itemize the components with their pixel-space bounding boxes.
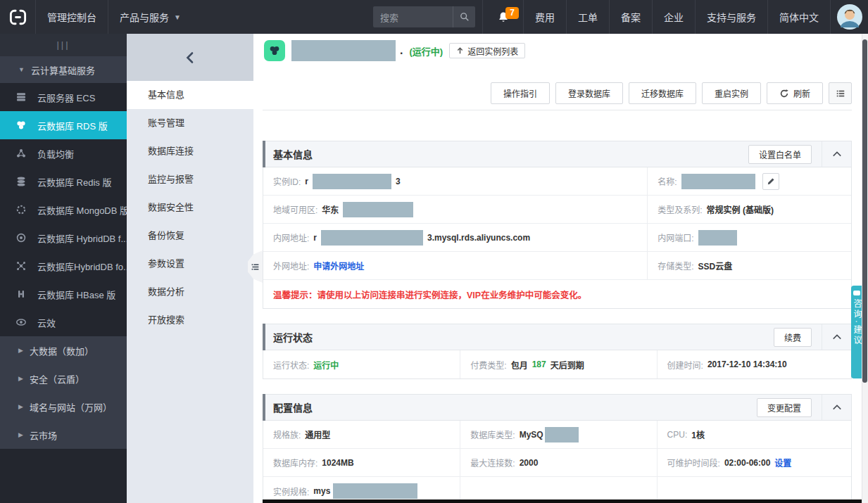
submenu-item-data-security[interactable]: 数据安全性 <box>127 193 253 222</box>
sidebar-item-rds[interactable]: 云数据库 RDS 版 <box>0 111 127 139</box>
sidebar-item-label: 负载均衡 <box>37 147 74 160</box>
running-status-header: 运行状态 续费 <box>263 324 851 350</box>
max-connections-field: 最大连接数: 2000 <box>460 449 656 476</box>
notification-badge: 7 <box>505 7 519 19</box>
nav-products[interactable]: 产品与服务 ▼ <box>108 0 192 34</box>
nav-support[interactable]: 支持与服务 <box>695 0 767 34</box>
nav-icp[interactable]: 备案 <box>609 0 652 34</box>
nav-console[interactable]: 管理控制台 <box>35 0 108 34</box>
aliyun-logo-icon[interactable] <box>0 0 35 34</box>
field-label: 类型及系列: <box>658 203 702 215</box>
sidebar-item-yunxiao[interactable]: 云效 <box>0 308 127 336</box>
table-row: 实例ID: r 3 名称: <box>263 167 851 196</box>
pay-type-field: 付费类型: 包月 187 天后到期 <box>460 350 656 378</box>
submenu-item-monitoring[interactable]: 监控与报警 <box>127 165 253 193</box>
nav-language[interactable]: 简体中文 <box>767 0 830 34</box>
redacted-value <box>343 202 413 217</box>
ecs-icon <box>15 91 27 103</box>
notifications-button[interactable]: 7 <box>482 0 523 34</box>
field-value: SSD云盘 <box>698 260 733 272</box>
db-type-field: 数据库类型: MySQ <box>460 421 656 448</box>
change-config-button[interactable]: 变更配置 <box>757 398 812 417</box>
collapse-panel-button[interactable] <box>822 324 851 350</box>
set-whitelist-button[interactable]: 设置白名单 <box>748 145 812 164</box>
collapse-panel-button[interactable] <box>822 395 851 420</box>
redacted-value <box>313 174 391 189</box>
button-label: 设置白名单 <box>759 148 801 160</box>
search-box[interactable]: 搜索 <box>373 6 475 27</box>
user-avatar[interactable] <box>830 0 868 34</box>
renew-button[interactable]: 续费 <box>774 328 812 347</box>
apply-extranet-link[interactable]: 申请外网地址 <box>313 260 364 272</box>
submenu-item-connections[interactable]: 数据库连接 <box>127 137 253 165</box>
sidebar-group-cloud[interactable]: ▼ 云计算基础服务 <box>0 56 127 83</box>
redis-icon <box>15 176 27 187</box>
nav-enterprise[interactable]: 企业 <box>652 0 695 34</box>
basic-info-header: 基本信息 设置白名单 <box>263 141 851 167</box>
back-to-instances-button[interactable]: 返回实例列表 <box>449 43 525 58</box>
spec-family-field: 规格族: 通用型 <box>263 421 460 448</box>
consult-suggest-tab[interactable]: 咨询·建议 <box>851 286 862 378</box>
sidebar-item-hybriddb2[interactable]: 云数据库HybridDB fo... <box>0 252 127 280</box>
operation-guide-button[interactable]: 操作指引 <box>491 82 550 104</box>
submenu-collapse-button[interactable] <box>127 34 253 81</box>
caret-down-icon: ▼ <box>174 13 181 21</box>
migrate-database-button[interactable]: 迁移数据库 <box>629 82 696 104</box>
sidebar-item-redis[interactable]: 云数据库 Redis 版 <box>0 167 127 196</box>
field-value: 1024MB <box>322 458 353 468</box>
sidebar-group-label: 域名与网站（万网） <box>30 400 112 414</box>
search-input[interactable]: 搜索 <box>373 11 453 24</box>
sidebar-group-label: 云市场 <box>30 428 57 442</box>
sidebar-item-label: 云数据库HybridDB fo... <box>37 260 131 273</box>
bottom-edge-bar <box>263 499 862 503</box>
sidebar-item-hybriddb[interactable]: 云数据库 HybridDB f... <box>0 224 127 252</box>
sidebar-group-bigdata[interactable]: ▶ 大数据（数加） <box>0 336 127 364</box>
search-button[interactable] <box>453 6 475 27</box>
sidebar-group-market[interactable]: ▶ 云市场 <box>0 421 127 449</box>
scrollbar-thumb[interactable] <box>862 39 867 383</box>
submenu-item-open-search[interactable]: 开放搜索 <box>127 306 253 334</box>
collapse-panel-button[interactable] <box>822 141 851 167</box>
field-value: 运行中 <box>313 359 339 371</box>
running-status-panel: 运行状态 续费 运行状态: 运行中 付费类型: 包月 187 天后到期 <box>263 324 852 379</box>
field-value: r <box>305 177 308 186</box>
table-row: 地域可用区: 华东 类型及系列: 常规实例 (基础版) <box>263 196 851 224</box>
submenu-item-data-analysis[interactable]: 数据分析 <box>127 278 253 306</box>
restart-instance-button[interactable]: 重启实例 <box>702 82 761 104</box>
instance-name-dot: . <box>400 44 403 57</box>
instance-status: (运行中) <box>409 44 443 58</box>
edit-name-button[interactable] <box>762 173 779 190</box>
refresh-button[interactable]: 刷新 <box>767 82 823 104</box>
nav-billing[interactable]: 费用 <box>523 0 566 34</box>
submenu-item-basic-info[interactable]: 基本信息 <box>127 81 253 109</box>
sidebar-item-hbase[interactable]: 云数据库 HBase 版 <box>0 280 127 308</box>
sidebar-group-cloud-label: 云计算基础服务 <box>31 63 95 77</box>
field-label: 创建时间: <box>667 359 703 371</box>
set-maintenance-link[interactable]: 设置 <box>774 457 791 469</box>
field-value: 02:00-06:00 <box>724 458 770 468</box>
submenu-item-parameters[interactable]: 参数设置 <box>127 250 253 278</box>
chevron-up-icon <box>832 333 842 340</box>
sidebar-item-mongodb[interactable]: 云数据库 MongoDB 版 <box>0 196 127 224</box>
sidebar-collapse-icon[interactable]: ||| <box>0 34 127 56</box>
field-value: r <box>313 233 317 243</box>
field-label: 名称: <box>658 175 677 187</box>
field-value: 3.mysql.rds.aliyuncs.com <box>427 233 530 243</box>
submenu-item-backup-restore[interactable]: 备份恢复 <box>127 222 253 250</box>
list-view-button[interactable] <box>829 82 852 104</box>
nav-tickets[interactable]: 工单 <box>566 0 609 34</box>
redacted-value <box>681 174 755 189</box>
login-database-button[interactable]: 登录数据库 <box>555 82 623 104</box>
sidebar-item-ecs[interactable]: 云服务器 ECS <box>0 83 127 111</box>
field-label: 内网端口: <box>658 231 693 243</box>
submenu-item-accounts[interactable]: 账号管理 <box>127 109 253 137</box>
nav-language-label: 简体中文 <box>779 10 819 24</box>
sidebar-group-domains[interactable]: ▶ 域名与网站（万网） <box>0 393 127 421</box>
sidebar-group-security[interactable]: ▶ 安全（云盾） <box>0 364 127 393</box>
field-value: 1核 <box>691 428 705 440</box>
nav-spacer <box>192 0 373 34</box>
sidebar-item-slb[interactable]: 负载均衡 <box>0 139 127 167</box>
maintenance-window-field: 可维护时间段: 02:00-06:00 设置 <box>657 449 851 476</box>
scrollbar-track[interactable] <box>862 34 868 503</box>
sidebar-item-label: 云效 <box>37 316 56 329</box>
